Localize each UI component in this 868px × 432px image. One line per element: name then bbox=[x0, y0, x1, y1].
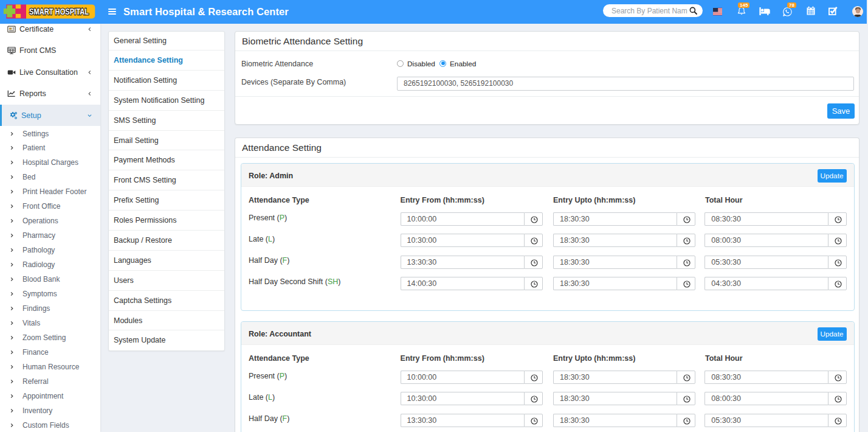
svg-text:SMART HOSPITAL: SMART HOSPITAL bbox=[29, 7, 89, 16]
